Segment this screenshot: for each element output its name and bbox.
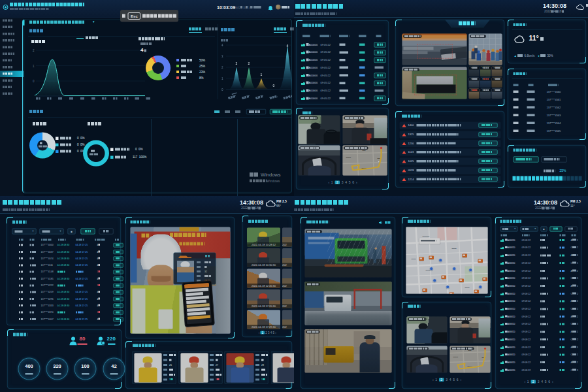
- svg-text:▬▬: ▬▬: [412, 257, 417, 260]
- svg-text:▬▬: ▬▬: [452, 247, 457, 250]
- svg-text:▬▬: ▬▬: [363, 150, 367, 152]
- svg-text:3: 3: [221, 55, 223, 58]
- svg-text:2: 2: [236, 61, 238, 65]
- svg-text:▬▬: ▬▬: [378, 157, 382, 159]
- svg-text:▬▬: ▬▬: [465, 286, 470, 289]
- svg-text:0: 0: [273, 84, 275, 88]
- svg-text:4: 4: [221, 44, 223, 47]
- svg-text:▬▬▬: ▬▬▬: [468, 366, 473, 368]
- svg-text:▬▬: ▬▬: [468, 350, 472, 351]
- svg-text:1: 1: [33, 65, 35, 68]
- svg-text:1: 1: [261, 73, 263, 76]
- svg-text:▬▬▬: ▬▬▬: [423, 235, 430, 238]
- svg-text:0: 0: [33, 80, 35, 83]
- svg-text:▬▬▬: ▬▬▬: [346, 157, 351, 159]
- svg-text:▬▬▬: ▬▬▬: [453, 356, 459, 358]
- svg-text:4: 4: [287, 44, 289, 48]
- svg-text:0: 0: [221, 88, 223, 91]
- svg-text:▬▬▬: ▬▬▬: [426, 269, 433, 271]
- svg-text:2: 2: [248, 61, 250, 65]
- svg-text:2: 2: [221, 66, 223, 69]
- svg-text:1: 1: [221, 77, 223, 80]
- svg-text:▬▬▬: ▬▬▬: [362, 167, 367, 169]
- svg-text:2: 2: [33, 49, 35, 52]
- svg-text:▬▬: ▬▬: [482, 357, 486, 359]
